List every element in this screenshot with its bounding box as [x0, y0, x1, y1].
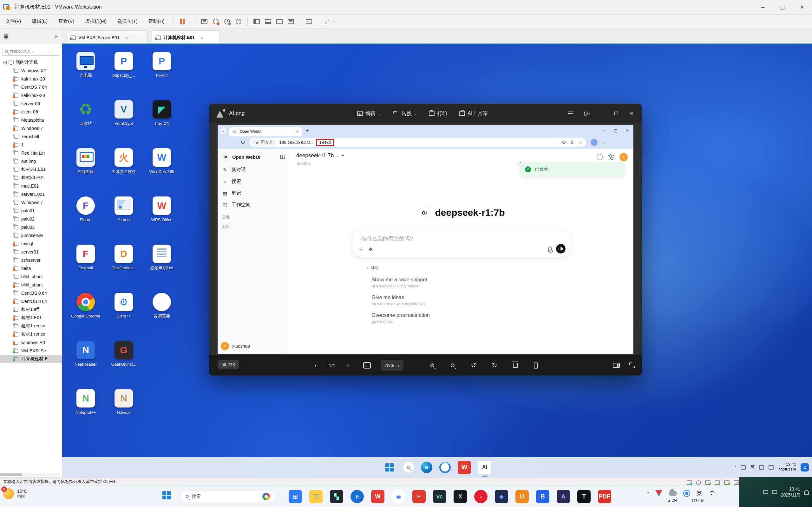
desktop-icon[interactable]: 控制面板 — [67, 145, 105, 193]
viewer-close-button[interactable]: ✕ — [624, 107, 639, 120]
prompt-input-card[interactable]: 有什么我能帮您的吗? + ❖ — [352, 230, 571, 257]
taskbar-app-icon[interactable]: vc — [433, 490, 446, 503]
taskbar-app-icon[interactable]: e — [351, 490, 364, 503]
menu-item[interactable]: 查看(V) — [53, 14, 80, 29]
vm-list-item[interactable]: sshserver — [0, 256, 62, 264]
viewer-pin-button[interactable] — [579, 107, 593, 120]
suggestion-item[interactable]: Show me a code snippet of a website's st… — [372, 277, 571, 288]
vm-list-item[interactable]: bllbl_ubunt — [0, 273, 62, 281]
pause-vm-button[interactable] — [177, 17, 187, 26]
console-view-button[interactable]: >_ — [304, 17, 314, 26]
browser-profile-avatar[interactable] — [591, 139, 598, 146]
usb-device-icon[interactable] — [734, 481, 739, 485]
sync-icon[interactable] — [683, 490, 690, 497]
browser-minimize[interactable]: ─ — [603, 128, 606, 133]
taskbar-app-icon[interactable]: W — [371, 490, 385, 503]
vm-list-item[interactable]: 计算机检材.E — [0, 355, 62, 363]
menu-item[interactable]: 编辑(E) — [26, 14, 53, 29]
desktop-icon[interactable]: 必须声明!.txt — [143, 241, 181, 290]
unity-mode-button[interactable] — [286, 17, 296, 26]
desktop-icon[interactable]: W WPS Office — [143, 193, 181, 241]
menu-item[interactable]: 选项卡(T) — [112, 14, 143, 29]
actual-size-button[interactable]: |:| — [362, 355, 372, 376]
controls-icon[interactable] — [608, 155, 614, 159]
taskbar-app-icon[interactable]: U — [515, 490, 529, 503]
taskbar-app-icon[interactable]: PDF — [598, 490, 611, 503]
vm-list-item[interactable]: heita — [0, 264, 62, 273]
rotate-left-button[interactable]: ↺ — [469, 355, 478, 376]
set-default-link[interactable]: 设为默认 — [297, 161, 311, 166]
guest-tray-expand-icon[interactable]: ^ — [734, 465, 736, 469]
guest-clock[interactable]: 13:41 2025/11/9 — [778, 462, 796, 473]
host-ime-indicator[interactable]: 英 — [697, 490, 702, 497]
snapshot-manager-button[interactable] — [234, 17, 243, 26]
snapshot-take-button[interactable] — [211, 17, 220, 26]
fullscreen-button[interactable] — [627, 355, 637, 376]
desktop-icon[interactable]: W WiseCare365 — [143, 145, 181, 193]
user-menu[interactable]: x xiaoshuo — [221, 342, 250, 350]
onedrive-icon[interactable] — [669, 491, 677, 496]
desktop-icon[interactable]: 首调直播 — [143, 290, 181, 338]
vm-tab-exsi[interactable]: VM-EXSi Server.E01 ✕ — [67, 31, 148, 44]
guest-notification-badge[interactable]: 2 — [801, 463, 809, 471]
guest-edge-icon[interactable]: e — [421, 462, 432, 473]
webui-nav-item[interactable]: ✎ 新对话 — [217, 164, 289, 176]
corner-clock[interactable]: 13:41 2025/11/9 — [781, 486, 800, 498]
quiet-hours-bell-icon[interactable] — [804, 490, 809, 495]
forward-button[interactable]: → — [231, 139, 237, 146]
sidebar-horizontal-scrollbar[interactable] — [0, 473, 60, 476]
show-frame-button[interactable] — [275, 17, 284, 26]
desktop-icon[interactable]: 此电脑 — [67, 49, 105, 97]
zoom-select[interactable]: 75%⌄ — [380, 355, 403, 376]
guest-swirl-app-icon[interactable] — [439, 462, 451, 473]
fullscreen-stretch-button[interactable]: ⤢ — [322, 17, 332, 26]
zoom-out-button[interactable]: − — [448, 355, 457, 376]
vm-list-item[interactable]: jumpserver — [0, 231, 62, 239]
vm-list-item[interactable]: server-06 — [0, 100, 62, 108]
rotate-right-button[interactable]: ↻ — [490, 355, 499, 376]
vm-list-item[interactable]: 检材3-1.E01 — [0, 165, 62, 174]
library-search-input[interactable] — [10, 49, 47, 54]
toast-close-icon[interactable]: ✕ — [517, 159, 524, 166]
network-device-icon[interactable] — [705, 481, 711, 485]
minimize-button[interactable]: ─ — [753, 0, 773, 14]
collapse-icon[interactable]: − — [3, 61, 7, 64]
webui-nav-item[interactable]: ▤ 笔记 — [217, 187, 289, 199]
tab-close-icon[interactable]: ✕ — [200, 36, 204, 40]
guest-tray-icon[interactable] — [741, 465, 746, 469]
vm-list-item[interactable]: out.img — [0, 157, 62, 165]
pause-dropdown-icon[interactable]: ⌄ — [188, 19, 192, 23]
browser-menu-icon[interactable]: ⋮ — [601, 139, 606, 146]
vm-list-item[interactable]: Windows XP — [0, 66, 62, 75]
vm-list-item[interactable]: palu02 — [0, 215, 62, 223]
tab-close-icon[interactable]: ✕ — [296, 130, 299, 134]
guest-start-button[interactable] — [383, 461, 396, 474]
desktop-icon[interactable]: Google Chrome — [67, 290, 105, 338]
taskbar-app-icon[interactable]: X — [454, 490, 467, 503]
new-tab-button[interactable]: + — [306, 128, 309, 133]
webui-nav-item[interactable]: ◫ 工作空间 — [217, 199, 289, 211]
close-button[interactable]: ✕ — [792, 0, 812, 14]
vm-list-item[interactable]: 检材4.E01 — [0, 314, 62, 322]
suggestion-item[interactable]: Overcome procrastination give me tips — [372, 313, 571, 324]
taskbar-app-icon[interactable]: ⊞ — [289, 490, 302, 503]
desktop-icon[interactable]: ◤ Trae CN — [143, 97, 181, 145]
menu-item[interactable]: 帮助(H) — [143, 14, 170, 29]
ai-toolbox-button[interactable]: AI工具箱 — [459, 110, 488, 117]
convert-button[interactable]: 转换⌄ — [393, 110, 417, 117]
vm-list-item[interactable]: 检材33.E01 — [0, 174, 62, 182]
vm-list-item[interactable]: 1 — [0, 141, 62, 149]
filmstrip-button[interactable] — [612, 355, 621, 376]
tab-search-icon[interactable]: ⌄ — [220, 127, 226, 134]
address-bar[interactable]: ▲ 不安全 192.168.188.211:18480 文 ☆ — [250, 138, 586, 147]
viewer-minimize-button[interactable]: ─ — [594, 107, 608, 120]
vm-list-item[interactable]: CentOS 8 64 — [0, 297, 62, 305]
desktop-icon[interactable]: F Foxmail — [67, 241, 105, 290]
desktop-icon[interactable]: D DiskGenius... — [105, 241, 143, 290]
zoom-in-button[interactable]: + — [427, 355, 437, 376]
desktop-icon[interactable]: V VeraCrypt — [105, 97, 143, 145]
vm-list-item[interactable]: server01 — [0, 248, 62, 256]
send-ctrl-alt-del-button[interactable] — [200, 17, 209, 26]
tray-expand-icon[interactable]: ^ — [647, 491, 649, 496]
vm-list-item[interactable]: 检材1.aff — [0, 305, 62, 314]
